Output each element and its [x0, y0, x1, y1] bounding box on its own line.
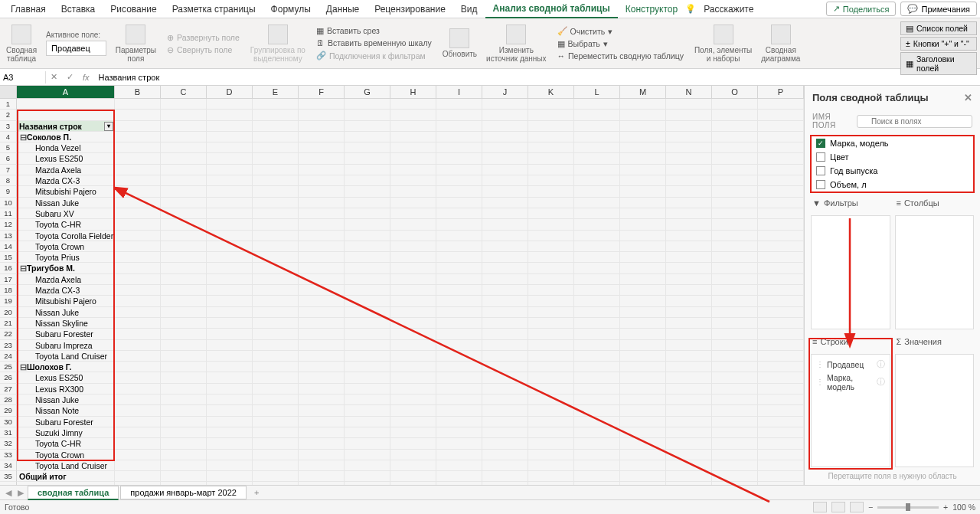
cell[interactable]	[299, 219, 345, 230]
col-header-J[interactable]: J	[482, 86, 528, 98]
cell[interactable]	[666, 165, 712, 175]
cell[interactable]	[299, 329, 345, 339]
cell[interactable]	[299, 340, 345, 351]
cell[interactable]	[17, 482, 115, 485]
cell[interactable]	[115, 110, 161, 120]
cell[interactable]	[207, 372, 253, 383]
cell[interactable]	[390, 405, 436, 416]
cell[interactable]	[161, 231, 207, 241]
cell[interactable]	[666, 395, 712, 405]
cell[interactable]	[115, 318, 161, 329]
cell[interactable]	[115, 252, 161, 263]
cell[interactable]	[161, 318, 207, 329]
cell[interactable]	[345, 450, 390, 460]
sheet-prev[interactable]: ◀	[3, 488, 14, 498]
cell[interactable]	[253, 417, 299, 427]
cell[interactable]	[482, 372, 528, 383]
cell[interactable]	[161, 362, 207, 372]
cell[interactable]	[758, 362, 804, 372]
cell[interactable]	[620, 351, 666, 362]
cell[interactable]	[436, 362, 482, 372]
cell[interactable]	[436, 132, 482, 142]
tab-draw[interactable]: Рисование	[103, 1, 164, 18]
cell[interactable]	[666, 121, 712, 132]
cell[interactable]: Subaru Impreza	[17, 340, 115, 351]
cell[interactable]	[253, 208, 299, 219]
cell[interactable]	[482, 438, 528, 449]
cell[interactable]	[299, 296, 345, 306]
cell[interactable]	[574, 165, 620, 175]
cell[interactable]	[620, 384, 666, 395]
cell[interactable]	[299, 285, 345, 296]
cell[interactable]	[436, 231, 482, 241]
row-header[interactable]: 16	[0, 263, 17, 273]
cell[interactable]	[207, 198, 253, 208]
cell[interactable]	[299, 208, 345, 219]
cell[interactable]	[482, 395, 528, 405]
col-header-E[interactable]: E	[253, 86, 299, 98]
cell[interactable]	[345, 263, 390, 273]
cell[interactable]	[253, 482, 299, 485]
cell[interactable]	[528, 153, 574, 164]
cell[interactable]	[253, 318, 299, 329]
cell[interactable]	[482, 405, 528, 416]
zoom-in[interactable]: +	[943, 503, 948, 512]
collapse-field[interactable]: ⊖ Свернуть поле	[165, 44, 241, 55]
cell[interactable]	[666, 417, 712, 427]
cell[interactable]	[207, 427, 253, 438]
share-button[interactable]: ↗ Поделиться	[826, 2, 897, 16]
cell[interactable]: Toyota C-HR	[17, 219, 115, 230]
cell[interactable]	[666, 208, 712, 219]
cell[interactable]	[207, 296, 253, 306]
cell[interactable]	[528, 450, 574, 460]
cell[interactable]	[482, 186, 528, 197]
cell[interactable]	[115, 482, 161, 485]
cell[interactable]	[115, 186, 161, 197]
cell[interactable]	[436, 438, 482, 449]
col-header-B[interactable]: B	[115, 86, 161, 98]
cell[interactable]	[528, 318, 574, 329]
cell[interactable]	[574, 219, 620, 230]
cell[interactable]	[712, 175, 758, 186]
cell[interactable]	[666, 231, 712, 241]
view-page-layout[interactable]	[831, 502, 845, 512]
pm-buttons-toggle[interactable]: ± Кнопки "+" и "-"	[900, 37, 977, 51]
cell[interactable]	[712, 208, 758, 219]
cell[interactable]	[299, 198, 345, 208]
cell[interactable]	[620, 186, 666, 197]
cell[interactable]	[620, 296, 666, 306]
cell[interactable]	[436, 274, 482, 285]
cell[interactable]	[161, 165, 207, 175]
cell[interactable]	[712, 110, 758, 120]
cell[interactable]	[666, 252, 712, 263]
cell[interactable]	[666, 132, 712, 142]
cell[interactable]	[115, 231, 161, 241]
cell[interactable]	[390, 142, 436, 153]
cell[interactable]	[712, 99, 758, 110]
cell[interactable]	[482, 482, 528, 485]
cell[interactable]: Subaru Forester	[17, 329, 115, 339]
cell[interactable]	[574, 460, 620, 471]
cell[interactable]	[482, 285, 528, 296]
cell[interactable]	[299, 263, 345, 273]
row-header[interactable]: 35	[0, 471, 17, 482]
cell[interactable]	[299, 427, 345, 438]
cell[interactable]	[712, 241, 758, 252]
select-all-corner[interactable]	[0, 86, 17, 98]
change-data-button[interactable]: Изменить источник данных	[486, 25, 547, 63]
cell[interactable]	[161, 460, 207, 471]
cell[interactable]	[253, 132, 299, 142]
row-header[interactable]: 36	[0, 482, 17, 485]
cell[interactable]	[436, 329, 482, 339]
cell[interactable]	[620, 285, 666, 296]
cell[interactable]	[390, 274, 436, 285]
cell[interactable]	[574, 99, 620, 110]
pivot-dropdown[interactable]: ▾	[104, 122, 113, 131]
cell[interactable]: Общий итог	[17, 471, 115, 482]
cell[interactable]	[574, 198, 620, 208]
cell[interactable]	[253, 307, 299, 318]
cell[interactable]	[436, 296, 482, 306]
pivot-chart-button[interactable]: Сводная диаграмма	[761, 25, 800, 63]
cell[interactable]	[482, 142, 528, 153]
cell[interactable]	[436, 450, 482, 460]
